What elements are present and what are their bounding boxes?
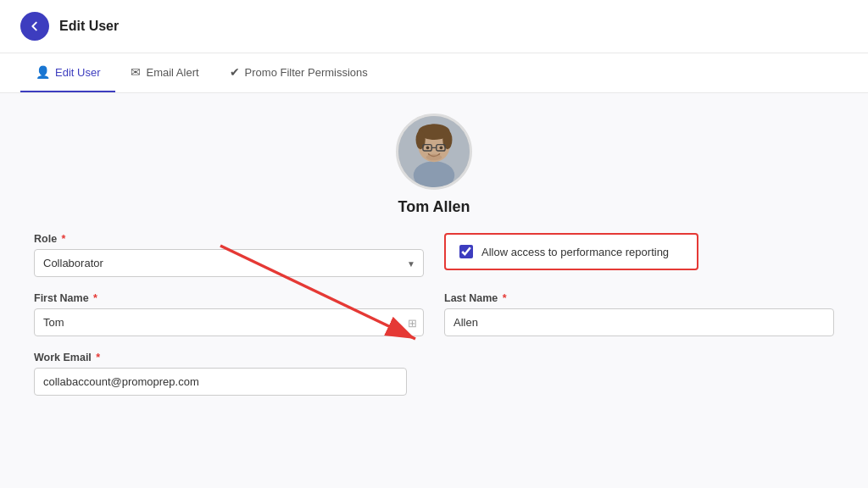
work-email-label: Work Email * [34,352,424,363]
name-row: First Name * ⊞ Last Name * [34,292,834,336]
last-name-input[interactable] [444,308,834,336]
work-email-group: Work Email * [34,352,424,396]
role-permission-row: Role * Collaborator Admin Viewer ▼ [34,233,834,277]
tabs-bar: 👤 Edit User ✉ Email Alert ✔ Promo Filter… [0,53,868,93]
tab-edit-user[interactable]: 👤 Edit User [20,53,115,92]
permission-box[interactable]: Allow access to performance reporting [444,233,698,270]
tab-email-alert[interactable]: ✉ Email Alert [115,53,214,92]
role-label: Role * [34,233,424,245]
svg-point-9 [426,146,430,149]
back-icon [29,20,41,32]
performance-reporting-checkbox[interactable] [459,245,473,258]
permission-label: Allow access to performance reporting [481,246,669,258]
check-icon: ✔ [230,65,240,79]
role-select[interactable]: Collaborator Admin Viewer [34,249,424,277]
top-header: Edit User [0,0,868,53]
last-name-label: Last Name * [444,292,834,304]
edit-icon: ⊞ [408,316,417,329]
role-col: Role * Collaborator Admin Viewer ▼ [34,233,424,277]
svg-point-1 [414,161,455,190]
page-title: Edit User [59,19,119,34]
role-field-group: Role * Collaborator Admin Viewer ▼ [34,233,424,277]
email-row: Work Email * [34,352,834,396]
main-content: Tom Allen Role * Collaborator Admin View… [0,93,868,488]
avatar-section: Tom Allen [34,114,834,216]
last-name-group: Last Name * [444,292,834,336]
tab-promo-filter[interactable]: ✔ Promo Filter Permissions [214,53,383,92]
first-name-required: * [91,292,97,304]
avatar-image [398,114,470,190]
form-section: Role * Collaborator Admin Viewer ▼ [34,233,834,396]
first-name-input-wrapper: ⊞ [34,308,424,336]
first-name-label: First Name * [34,292,424,304]
role-required: * [58,233,65,245]
permission-col: Allow access to performance reporting [444,233,834,272]
back-button[interactable] [20,12,49,41]
work-email-input[interactable] [34,368,407,396]
role-select-wrapper: Collaborator Admin Viewer ▼ [34,249,424,277]
first-name-group: First Name * ⊞ [34,292,424,336]
email-required: * [93,352,100,363]
svg-point-4 [416,130,426,149]
first-name-input[interactable] [34,308,424,336]
svg-point-11 [426,154,442,160]
email-icon: ✉ [131,65,141,79]
user-name: Tom Allen [398,198,470,216]
avatar [396,114,472,190]
person-icon: 👤 [36,65,50,79]
last-name-required: * [499,292,506,304]
svg-point-10 [440,146,443,149]
svg-point-5 [442,130,452,149]
